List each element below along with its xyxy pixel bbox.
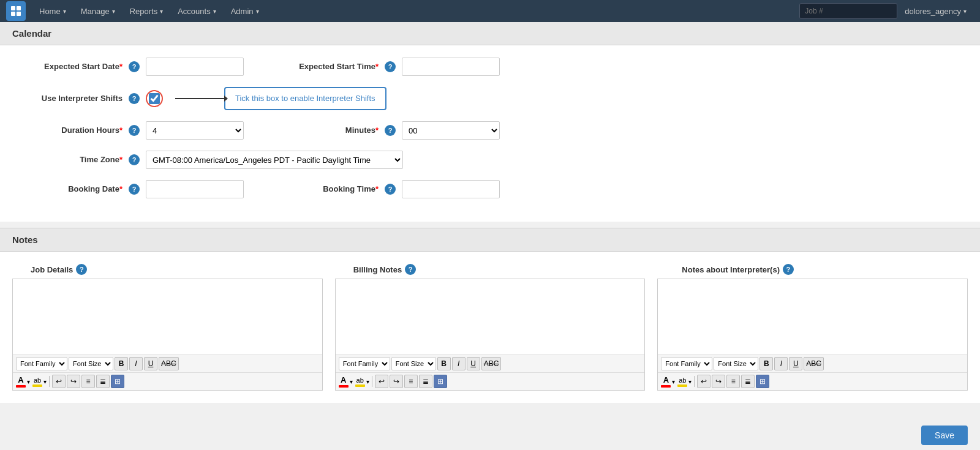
expected-start-time-input[interactable]: 09:00: [402, 58, 500, 76]
checkbox-wrapper: [146, 90, 163, 107]
interpreter-notes-font-color-btn[interactable]: A: [661, 375, 671, 388]
job-details-font-color-btn[interactable]: A: [16, 375, 26, 388]
interpreter-shifts-tooltip: Tick this box to enable Interpreter Shif…: [224, 87, 386, 110]
duration-hours-label: Duration Hours*: [24, 126, 123, 136]
job-details-highlight-dropdown[interactable]: ▾: [43, 378, 47, 385]
interpreter-notes-help[interactable]: ?: [783, 264, 794, 275]
job-details-col: Job Details ? Font Family Font Size B I …: [12, 264, 323, 391]
expected-start-date-input[interactable]: 04/06/20: [146, 58, 244, 76]
duration-hours-select[interactable]: 1 2 3 4 5 6 7 8: [146, 121, 244, 140]
billing-notes-textarea[interactable]: [336, 279, 645, 353]
nav-accounts[interactable]: Accounts ▾: [170, 0, 223, 22]
job-details-undo-btn[interactable]: ↩: [52, 375, 66, 388]
interpreter-notes-highlight-dropdown[interactable]: ▾: [688, 378, 692, 385]
job-details-help[interactable]: ?: [76, 264, 87, 275]
chevron-down-icon: ▾: [160, 8, 163, 15]
job-details-font-size[interactable]: Font Size: [69, 357, 113, 370]
interpreter-shifts-checkbox[interactable]: [149, 93, 160, 104]
billing-notes-ul-btn[interactable]: ≡: [404, 375, 418, 388]
job-details-strikethrough-btn[interactable]: ABC: [159, 357, 179, 370]
svg-rect-1: [17, 6, 21, 10]
interpreter-notes-ul-btn[interactable]: ≡: [726, 375, 740, 388]
job-search-input[interactable]: [799, 3, 897, 19]
job-details-toolbar-row1: Font Family Font Size B I U ABC: [13, 354, 322, 372]
job-details-table-btn[interactable]: ⊞: [111, 375, 124, 388]
minutes-label: Minutes*: [281, 126, 379, 136]
timezone-label: Time Zone*: [24, 155, 123, 165]
duration-hours-help[interactable]: ?: [129, 125, 140, 136]
billing-notes-highlight-dropdown[interactable]: ▾: [366, 378, 369, 385]
billing-notes-ol-btn[interactable]: ≣: [419, 375, 432, 388]
expected-start-date-help[interactable]: ?: [129, 61, 140, 72]
chevron-down-icon: ▾: [256, 8, 259, 15]
interpreter-notes-highlight-btn[interactable]: ab: [677, 377, 687, 387]
interpreter-notes-underline-btn[interactable]: U: [789, 357, 802, 370]
timezone-select[interactable]: GMT-08:00 America/Los_Angeles PDT - Paci…: [146, 151, 403, 169]
billing-notes-table-btn[interactable]: ⊞: [434, 375, 447, 388]
nav-reports[interactable]: Reports ▾: [123, 0, 171, 22]
billing-notes-help[interactable]: ?: [405, 264, 416, 275]
toolbar-divider3: [694, 376, 695, 387]
chevron-down-icon: ▾: [63, 8, 66, 15]
billing-notes-redo-btn[interactable]: ↪: [390, 375, 403, 388]
interpreter-notes-toolbar-row1: Font Family Font Size B I U ABC: [658, 354, 967, 372]
billing-notes-font-family[interactable]: Font Family: [339, 357, 390, 370]
interpreter-notes-redo-btn[interactable]: ↪: [712, 375, 725, 388]
user-menu[interactable]: dolores_agency ▾: [897, 0, 974, 22]
nav-admin[interactable]: Admin ▾: [224, 0, 266, 22]
billing-notes-underline-btn[interactable]: U: [467, 357, 480, 370]
chevron-down-icon: ▾: [963, 8, 967, 15]
billing-notes-undo-btn[interactable]: ↩: [375, 375, 388, 388]
job-details-italic-btn[interactable]: I: [129, 357, 143, 370]
booking-date-help[interactable]: ?: [129, 184, 140, 195]
job-details-ul-btn[interactable]: ≡: [81, 375, 95, 388]
interpreter-notes-font-size[interactable]: Font Size: [714, 357, 758, 370]
interpreter-notes-bold-btn[interactable]: B: [760, 357, 773, 370]
billing-notes-italic-btn[interactable]: I: [452, 357, 466, 370]
timezone-help[interactable]: ?: [129, 154, 140, 165]
app-logo[interactable]: [6, 1, 26, 21]
calendar-section-header: Calendar: [0, 22, 980, 45]
minutes-help[interactable]: ?: [385, 125, 396, 136]
interpreter-notes-color-dropdown[interactable]: ▾: [672, 378, 675, 385]
notes-section-header: Notes: [0, 228, 980, 252]
booking-time-label: Booking Time*: [281, 184, 379, 195]
billing-notes-color-dropdown[interactable]: ▾: [350, 378, 353, 385]
job-details-redo-btn[interactable]: ↪: [67, 375, 80, 388]
booking-time-input[interactable]: 12:01: [402, 180, 500, 198]
job-details-highlight-btn[interactable]: ab: [32, 377, 42, 387]
interpreter-notes-table-btn[interactable]: ⊞: [756, 375, 769, 388]
interpreter-notes-undo-btn[interactable]: ↩: [697, 375, 710, 388]
interpreter-notes-italic-btn[interactable]: I: [774, 357, 788, 370]
interpreter-notes-ol-btn[interactable]: ≣: [741, 375, 755, 388]
job-details-textarea[interactable]: [13, 279, 322, 353]
minutes-select[interactable]: 00 15 30 45: [402, 121, 500, 140]
expected-start-date-label: Expected Start Date*: [24, 62, 123, 72]
job-details-bold-btn[interactable]: B: [115, 357, 128, 370]
tooltip-arrow: Tick this box to enable Interpreter Shif…: [175, 87, 386, 110]
billing-notes-bold-btn[interactable]: B: [437, 357, 451, 370]
job-details-underline-btn[interactable]: U: [144, 357, 157, 370]
interpreter-notes-label: Notes about Interpreter(s) ?: [682, 264, 794, 275]
booking-time-help[interactable]: ?: [385, 184, 396, 195]
chevron-down-icon: ▾: [213, 8, 216, 15]
job-details-ol-btn[interactable]: ≣: [96, 375, 110, 388]
billing-notes-col: Billing Notes ? Font Family Font Size B …: [335, 264, 646, 391]
billing-notes-toolbar-row2: A ▾ ab ▾ ↩ ↪ ≡ ≣ ⊞: [336, 372, 645, 390]
booking-date-input[interactable]: 03/06/20: [146, 180, 244, 198]
billing-notes-font-size[interactable]: Font Size: [391, 357, 436, 370]
nav-manage[interactable]: Manage ▾: [74, 0, 123, 22]
interpreter-shifts-help[interactable]: ?: [129, 93, 140, 104]
job-details-color-dropdown[interactable]: ▾: [27, 378, 30, 385]
nav-home[interactable]: Home ▾: [32, 0, 74, 22]
billing-notes-highlight-btn[interactable]: ab: [355, 377, 365, 387]
interpreter-notes-font-family[interactable]: Font Family: [661, 357, 712, 370]
interpreter-notes-textarea[interactable]: [658, 279, 967, 353]
booking-date-label: Booking Date*: [24, 184, 123, 195]
billing-notes-font-color-btn[interactable]: A: [339, 375, 349, 388]
billing-notes-strikethrough-btn[interactable]: ABC: [481, 357, 502, 370]
job-details-font-family[interactable]: Font Family: [16, 357, 67, 370]
expected-start-time-help[interactable]: ?: [385, 61, 396, 72]
interpreter-shifts-row: Use Interpreter Shifts ? Tick this box t…: [24, 87, 956, 110]
interpreter-notes-strikethrough-btn[interactable]: ABC: [804, 357, 824, 370]
